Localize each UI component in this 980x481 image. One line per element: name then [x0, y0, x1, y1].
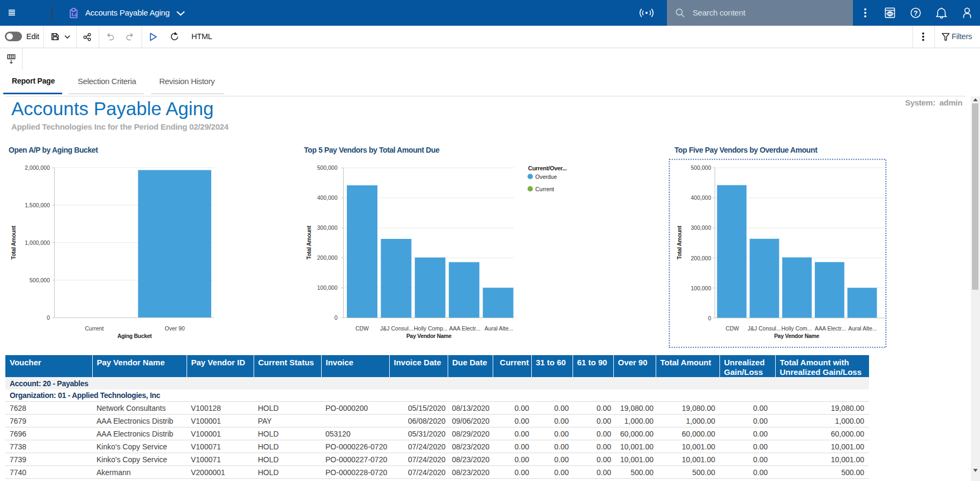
svg-text:Current: Current [85, 325, 103, 332]
svg-text:Aging Bucket: Aging Bucket [117, 333, 152, 339]
svg-text:300,000: 300,000 [691, 224, 711, 231]
svg-text:0: 0 [335, 314, 338, 321]
svg-text:Holly Comp...: Holly Comp... [414, 325, 448, 332]
svg-text:J&J Consul...: J&J Consul... [748, 325, 781, 332]
svg-text:1,000,000: 1,000,000 [25, 239, 50, 246]
svg-text:Aural Alte...: Aural Alte... [485, 325, 514, 332]
svg-text:CDW: CDW [355, 325, 369, 332]
svg-text:Current/Over...: Current/Over... [528, 165, 567, 171]
svg-text:100,000: 100,000 [317, 284, 338, 291]
svg-text:200,000: 200,000 [691, 255, 711, 261]
svg-text:300,000: 300,000 [317, 224, 338, 231]
svg-text:Current: Current [536, 186, 554, 192]
svg-text:400,000: 400,000 [317, 194, 338, 201]
svg-text:Pay Vendor Name: Pay Vendor Name [406, 333, 452, 339]
svg-text:Total Amount: Total Amount [306, 226, 312, 260]
svg-text:Over 90: Over 90 [165, 325, 185, 332]
svg-text:500,000: 500,000 [691, 164, 711, 171]
svg-text:Overdue: Overdue [536, 174, 557, 180]
svg-text:500,000: 500,000 [29, 277, 50, 283]
svg-text:100,000: 100,000 [691, 285, 711, 291]
svg-text:?: ? [914, 9, 918, 17]
svg-text:1,500,000: 1,500,000 [25, 202, 50, 208]
svg-text:500,000: 500,000 [317, 164, 338, 171]
svg-text:Total Amount: Total Amount [676, 226, 682, 260]
svg-text:0: 0 [47, 314, 50, 321]
svg-text:J&J Consul...: J&J Consul... [380, 325, 413, 332]
svg-text:AAA Electr...: AAA Electr... [449, 325, 480, 332]
svg-text:Aural Alte...: Aural Alte... [848, 325, 877, 332]
svg-text:200,000: 200,000 [317, 254, 338, 261]
svg-text:Total Amount: Total Amount [10, 226, 17, 260]
svg-text:2,000,000: 2,000,000 [25, 164, 50, 171]
svg-text:AAA Electr...: AAA Electr... [815, 325, 846, 332]
svg-text:400,000: 400,000 [691, 194, 711, 201]
svg-text:CDW: CDW [725, 325, 739, 332]
svg-text:0: 0 [708, 315, 711, 321]
svg-text:Pay Vendor Name: Pay Vendor Name [774, 333, 820, 339]
svg-text:Holly Com...: Holly Com... [781, 325, 812, 332]
